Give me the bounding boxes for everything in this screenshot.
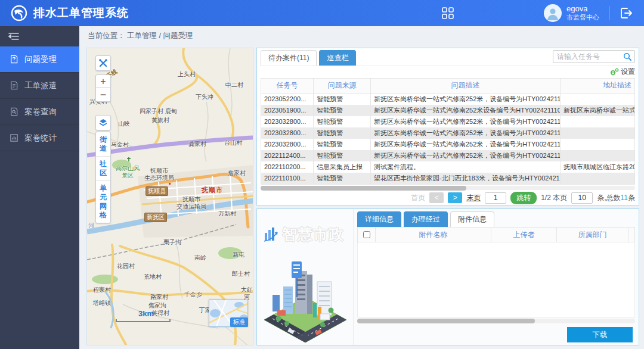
col-uploader: 上传者 (491, 228, 557, 242)
column-header-地址描述[interactable]: 地址描述 (561, 79, 634, 93)
tab-巡查栏[interactable]: 巡查栏 (319, 50, 356, 66)
case-table-body: 2023052200...智能预警新抚区东岗桥华诚一站式汽修南252米，设备编号… (261, 94, 634, 184)
tab-待办案件(11)[interactable]: 待办案件(11) (261, 50, 317, 66)
layers-icon (98, 118, 108, 127)
table-cell: 智能预警 (314, 139, 371, 150)
detail-panel: 智慧市政 (256, 208, 639, 345)
logout-icon[interactable] (619, 6, 633, 20)
map-scale: 3km (116, 309, 171, 322)
brand-watermark: 智慧市政 (263, 225, 344, 244)
total-suffix: 条 (628, 194, 635, 202)
table-row[interactable]: 2023052200...智能预警新抚区东岗桥华诚一站式汽修南252米，设备编号… (261, 94, 634, 105)
map-layer-button-社区[interactable]: 社 区 (96, 157, 110, 181)
column-header-问题来源[interactable]: 问题来源 (314, 79, 371, 93)
sidebar-item-案卷查询[interactable]: 案卷查询 (0, 99, 79, 125)
detail-tab-详细信息[interactable]: 详细信息 (357, 211, 401, 227)
table-row[interactable]: 2023032800...智能预警新抚区东岗桥华诚一站式汽修南252米，设备编号… (261, 127, 634, 139)
table-cell: 2023032800... (261, 139, 314, 150)
table-row[interactable]: 2023032800...智能预警新抚区东岗桥华诚一站式汽修南252米，设备编号… (261, 139, 634, 150)
sidebar-menu: 问题受理工单派遣案卷查询案卷统计 (0, 46, 79, 151)
settings-button[interactable]: 设置 (610, 67, 635, 77)
minimap-mode-badge[interactable]: 标准 (230, 317, 248, 327)
table-cell: 新抚区东岗桥华诚一站式汽修南252米，设备编号为HTY0024211... (371, 139, 561, 150)
scrollbar-thumb[interactable] (357, 319, 535, 323)
table-cell: 信息采集员上报 (314, 161, 371, 173)
table-cell: 智能预警 (314, 105, 371, 116)
pagination-page-input[interactable] (485, 192, 506, 204)
pagination-last[interactable]: 末页 (466, 193, 481, 203)
sidebar-collapse-button[interactable] (0, 26, 79, 46)
map-scale-label: 3km (138, 309, 171, 318)
pagination-page-info: 1/2 本页 (541, 193, 567, 203)
case-tabs: 待办案件(11)巡查栏 (261, 50, 358, 66)
sidebar-item-label: 工单派遣 (24, 80, 57, 91)
case-table: 任务号问题来源问题描述地址描述 2023052200...智能预警新抚区东岗桥华… (261, 78, 635, 185)
smart-city-logo-icon (263, 227, 278, 242)
search-icon[interactable] (620, 52, 634, 61)
table-row[interactable]: 2023051900...智能预警新抚区东岗桥华诚一站式汽修南252米设备编号为… (261, 105, 634, 116)
table-row[interactable]: 2022110100...智能预警望花区西丰街怡景家园-北门西北183米，设备编… (261, 173, 634, 184)
case-table-hscrollbar[interactable] (261, 186, 635, 190)
pagination-jump-button[interactable]: 跳转 (510, 192, 537, 204)
attachments-table-body (357, 242, 635, 317)
table-cell: 2022112400... (261, 150, 314, 161)
col-department: 所属部门 (557, 228, 628, 242)
table-cell (561, 94, 634, 105)
select-all-checkbox[interactable] (363, 231, 370, 238)
map-panel[interactable]: 沈环线上头村中二村下头冲兴安村四家子村 鹿甸黄旗村山映马金村龚家村台山村高尔山风… (86, 48, 253, 345)
table-cell: 智能预警 (314, 94, 371, 105)
sidebar-item-案卷统计[interactable]: 案卷统计 (0, 125, 79, 151)
minimap[interactable]: 标准 (209, 300, 248, 327)
pagination-next-button[interactable]: > (448, 192, 462, 203)
scrollbar-thumb[interactable] (261, 186, 466, 191)
app-title: 排水工单管理系统 (33, 5, 129, 21)
table-cell: 新抚区东岗桥华诚一站式汽修南252米，设备编号为HTY0024211... (371, 127, 561, 139)
column-header-问题描述[interactable]: 问题描述 (371, 79, 561, 93)
table-row[interactable]: 2022112400...智能预警新抚区东岗桥华诚一站式汽修南252米，设备编号… (261, 150, 634, 161)
select-all-cell (358, 228, 376, 242)
map-layer-button-街道[interactable]: 街 道 (96, 132, 110, 157)
sidebar: 问题受理工单派遣案卷查询案卷统计 (0, 26, 79, 349)
case-tabs-row: 待办案件(11)巡查栏 (261, 50, 635, 66)
map-layer-button-单元网格[interactable]: 单 元 网 格 (96, 181, 110, 223)
pagination: 首页 < > 末页 跳转 1/2 本页 条,总数11条 (261, 191, 635, 205)
sidebar-item-label: 问题受理 (24, 54, 57, 65)
detail-tabs: 详细信息办理经过附件信息 (357, 211, 635, 227)
column-header-任务号[interactable]: 任务号 (261, 79, 314, 93)
detail-tab-办理经过[interactable]: 办理经过 (404, 211, 448, 227)
doc-search-icon (10, 107, 18, 116)
download-button[interactable]: 下载 (567, 327, 633, 342)
map-layers-button[interactable] (95, 115, 111, 130)
breadcrumb: 当前位置： 工单管理 / 问题受理 (79, 26, 644, 45)
table-cell (561, 173, 634, 184)
user-block[interactable]: egova 市监督中心 (544, 4, 599, 22)
table-cell: 抚顺市顺城区临江东路20正南方向160米 (561, 161, 634, 173)
map-tools-button[interactable] (95, 55, 111, 71)
pagination-prev-button[interactable]: < (429, 192, 444, 203)
apps-grid-icon[interactable] (441, 7, 454, 20)
table-row[interactable]: 2023032800...智能预警新抚区东岗桥华诚一站式汽修南252米，设备编号… (261, 116, 634, 127)
chart-stats-icon (10, 133, 18, 142)
map-scale-bar (116, 319, 171, 322)
user-org: 市监督中心 (566, 14, 599, 21)
detail-tab-附件信息[interactable]: 附件信息 (450, 211, 494, 227)
table-cell: 2022110100... (261, 173, 314, 184)
table-cell: 2023052200... (261, 94, 314, 105)
avatar (544, 4, 562, 22)
doc-accept-icon (10, 55, 18, 64)
pagination-first[interactable]: 首页 (411, 193, 425, 203)
table-cell: 2023032800... (261, 127, 314, 139)
table-cell: 新抚区东岗桥华诚一站式汽修南252米 (561, 105, 634, 116)
logo-icon (11, 5, 27, 21)
pagination-size-input[interactable] (571, 192, 593, 204)
table-row[interactable]: 2022110200...信息采集员上报测试案件流程。抚顺市顺城区临江东路20正… (261, 161, 634, 173)
sidebar-item-问题受理[interactable]: 问题受理 (0, 46, 79, 73)
task-search-input[interactable] (553, 52, 620, 61)
map-zoom-out-button[interactable]: − (95, 88, 111, 102)
map-zoom-in-button[interactable]: + (95, 74, 111, 88)
table-cell (561, 116, 634, 127)
main-content: 当前位置： 工单管理 / 问题受理 (79, 26, 644, 349)
attachments-hscrollbar[interactable] (357, 319, 635, 323)
table-cell: 新抚区东岗桥华诚一站式汽修南252米设备编号为HTY002421110... (371, 105, 561, 116)
sidebar-item-工单派遣[interactable]: 工单派遣 (0, 73, 79, 99)
